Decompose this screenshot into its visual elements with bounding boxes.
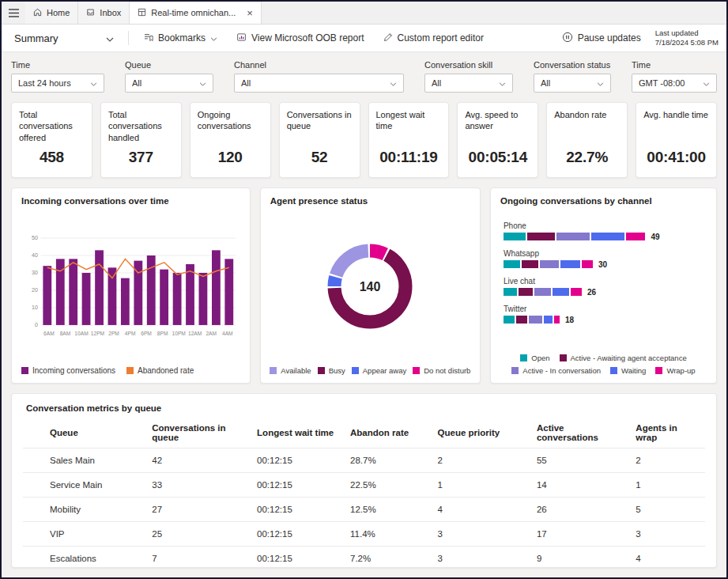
column-header[interactable]: Active conversations bbox=[530, 418, 629, 448]
pause-updates-label: Pause updates bbox=[578, 32, 641, 44]
bar-segment[interactable] bbox=[534, 288, 551, 296]
bar-segment[interactable] bbox=[522, 260, 538, 268]
svg-text:4AM: 4AM bbox=[222, 331, 233, 336]
kpi-avg-handle-time: Avg. handle time 00:41:00 bbox=[636, 102, 717, 178]
table-cell: 26 bbox=[530, 498, 629, 522]
svg-text:10: 10 bbox=[32, 305, 38, 311]
filter-channel-select[interactable]: All bbox=[234, 74, 404, 93]
filter-value: GMT -08:00 bbox=[639, 78, 685, 88]
table-title: Conversation metrics by queue bbox=[26, 403, 705, 413]
table-cell: 55 bbox=[530, 448, 629, 473]
pause-updates-button[interactable]: Pause updates bbox=[557, 28, 646, 48]
view-oob-report-button[interactable]: View Microsoft OOB report bbox=[232, 29, 369, 47]
stacked-bar-chart[interactable]: Phone49Whatsapp30Live chat26Twitter18 bbox=[500, 210, 707, 354]
chevron-down-icon bbox=[597, 78, 604, 88]
filter-queue-select[interactable]: All bbox=[125, 74, 213, 93]
filter-value: Last 24 hours bbox=[18, 78, 71, 88]
legend-swatch bbox=[520, 354, 527, 361]
filter-channel: Channel All bbox=[234, 60, 404, 93]
filter-label: Conversation status bbox=[534, 60, 611, 70]
bar-segment[interactable] bbox=[516, 316, 527, 324]
hamburger-menu-icon[interactable] bbox=[2, 2, 25, 24]
kpi-value: 52 bbox=[287, 149, 353, 169]
bar-segment[interactable] bbox=[529, 316, 543, 324]
dashboard-content: Time Last 24 hours Queue All Channel All bbox=[2, 52, 726, 577]
bar-segment[interactable] bbox=[582, 260, 593, 268]
table-cell: VIP bbox=[23, 522, 145, 547]
bar-segment[interactable] bbox=[527, 233, 555, 240]
channel-label: Phone bbox=[504, 221, 707, 230]
custom-report-editor-button[interactable]: Custom report editor bbox=[379, 29, 488, 47]
chart-incoming-conversations-card: Incoming conversations over time 0102030… bbox=[11, 187, 251, 384]
chevron-down-icon bbox=[199, 78, 206, 88]
column-header[interactable]: Queue priority bbox=[432, 418, 530, 448]
tab-realtime-report[interactable]: Real-time omnichan... × bbox=[130, 2, 262, 24]
filter-timezone-select[interactable]: GMT -08:00 bbox=[632, 74, 717, 93]
filter-time-select[interactable]: Last 24 hours bbox=[11, 74, 104, 93]
bar-line-chart[interactable]: 010203040506AM8AM10AM12PM2PM4PM6PM8PM10P… bbox=[21, 210, 240, 366]
column-header[interactable]: Abandon rate bbox=[344, 418, 432, 448]
chevron-down-icon bbox=[210, 32, 217, 44]
bar-segment[interactable] bbox=[554, 316, 560, 324]
bookmarks-label: Bookmarks bbox=[158, 32, 206, 44]
channel-row: Twitter18 bbox=[504, 305, 707, 324]
table-cell: 00:12:15 bbox=[251, 547, 344, 569]
bar-segment[interactable] bbox=[571, 288, 582, 296]
column-header[interactable]: Agents in wrap bbox=[629, 418, 705, 448]
bar-segment[interactable] bbox=[519, 288, 533, 296]
bar-segment[interactable] bbox=[544, 316, 553, 324]
bar-segment[interactable] bbox=[553, 288, 569, 296]
filter-label: Conversation skill bbox=[424, 60, 513, 70]
bar-segment[interactable] bbox=[626, 233, 646, 240]
filter-value: All bbox=[432, 78, 441, 88]
page-selector-label: Summary bbox=[14, 32, 58, 44]
kpi-total-handled: Total conversations handled 377 bbox=[100, 102, 182, 178]
channel-label: Whatsapp bbox=[504, 249, 707, 258]
donut-chart[interactable]: 140 bbox=[315, 237, 425, 340]
chart-legend: AvailableBusyAppear awayDo not disturb bbox=[270, 366, 470, 375]
table-row: VIP2500:12:1511.4%3173 bbox=[23, 522, 705, 547]
column-header[interactable]: Conversations in queue bbox=[145, 418, 251, 448]
svg-text:20: 20 bbox=[32, 287, 38, 293]
bookmarks-button[interactable]: Bookmarks bbox=[138, 29, 222, 47]
channel-row: Live chat26 bbox=[504, 277, 707, 296]
table-cell: Mobility bbox=[23, 498, 145, 522]
bar-segment[interactable] bbox=[504, 316, 515, 324]
bar-segment[interactable] bbox=[504, 288, 518, 296]
legend-item: Active - In conversation bbox=[511, 366, 601, 375]
filter-status-select[interactable]: All bbox=[534, 74, 611, 93]
table-cell: 3 bbox=[432, 547, 530, 569]
report-toolbar: Summary Bookmarks View Microsoft OOB rep… bbox=[2, 25, 726, 52]
bar-segment[interactable] bbox=[540, 260, 560, 268]
bar-segment[interactable] bbox=[560, 260, 580, 268]
bar-segment[interactable] bbox=[591, 233, 624, 240]
filter-label: Time bbox=[11, 60, 104, 70]
table-cell: 5 bbox=[629, 498, 705, 522]
close-tab-icon[interactable]: × bbox=[247, 8, 253, 18]
svg-text:4PM: 4PM bbox=[125, 331, 136, 336]
page-selector-dropdown[interactable]: Summary bbox=[9, 29, 119, 47]
kpi-avg-speed-answer: Avg. speed to answer 00:05:14 bbox=[457, 102, 538, 178]
bar-segment[interactable] bbox=[504, 260, 520, 268]
tab-inbox[interactable]: Inbox bbox=[78, 2, 130, 24]
last-updated: Last updated 7/18/2024 5:08 PM bbox=[655, 28, 719, 48]
tab-home[interactable]: Home bbox=[25, 2, 78, 24]
inbox-icon bbox=[86, 8, 95, 18]
bar-segment[interactable] bbox=[504, 233, 526, 240]
kpi-in-queue: Conversations in queue 52 bbox=[279, 102, 360, 178]
filter-value: All bbox=[132, 78, 141, 88]
filter-bar: Time Last 24 hours Queue All Channel All bbox=[11, 60, 717, 93]
chevron-down-icon bbox=[390, 78, 397, 88]
column-header[interactable]: Longest wait time bbox=[251, 418, 344, 448]
bar-segment[interactable] bbox=[556, 233, 590, 240]
report-grid-icon bbox=[138, 8, 146, 18]
legend-item: Active - Awaiting agent acceptance bbox=[560, 354, 687, 362]
filter-queue: Queue All bbox=[125, 60, 213, 93]
filter-skill-select[interactable]: All bbox=[424, 74, 513, 93]
kpi-value: 377 bbox=[108, 149, 174, 169]
table-cell: 7 bbox=[145, 547, 251, 569]
column-header[interactable]: Queue bbox=[23, 418, 145, 448]
table-cell: 22.5% bbox=[344, 473, 432, 498]
filter-label: Queue bbox=[125, 60, 213, 70]
svg-text:40: 40 bbox=[32, 252, 38, 259]
